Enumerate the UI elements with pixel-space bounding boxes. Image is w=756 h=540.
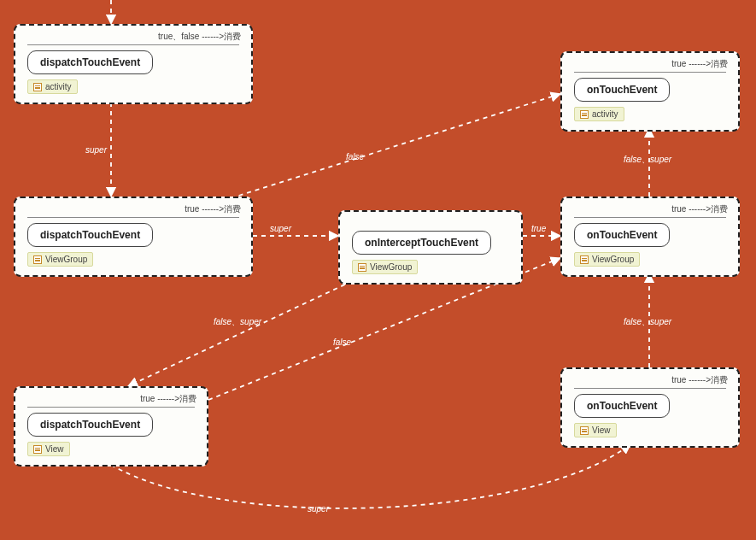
label-viewdisp-to-vgtouch: false xyxy=(333,338,351,347)
node-intercept: onInterceptTouchEvent ViewGroup xyxy=(338,210,523,285)
corner-text: true ------>消费 xyxy=(671,374,728,386)
class-label: ViewGroup xyxy=(370,262,412,272)
node-activity-dispatch: true、false ------>消费 dispatchTouchEvent … xyxy=(14,24,253,104)
node-viewgroup-dispatch: true ------>消费 dispatchTouchEvent ViewGr… xyxy=(14,197,253,277)
class-tag: ViewGroup xyxy=(574,252,640,267)
corner-text: true ------>消费 xyxy=(671,203,728,215)
class-label: activity xyxy=(45,82,72,91)
method-name: dispatchTouchEvent xyxy=(27,413,153,437)
class-icon xyxy=(358,263,366,272)
node-view-ontouch: true ------>消费 onTouchEvent View xyxy=(560,367,740,448)
label-vg-to-acttouch: false xyxy=(346,152,364,161)
class-tag: ViewGroup xyxy=(352,260,418,274)
method-name: onInterceptTouchEvent xyxy=(352,231,491,255)
class-label: ViewGroup xyxy=(592,255,634,264)
class-icon xyxy=(580,255,589,264)
edge-vg-to-acttouch xyxy=(231,94,560,198)
node-activity-ontouch: true ------>消费 onTouchEvent activity xyxy=(560,51,740,132)
class-tag: ViewGroup xyxy=(27,252,93,267)
class-icon xyxy=(33,255,42,264)
edge-intercept-to-viewdisp xyxy=(128,270,376,386)
label-act-to-vg: super xyxy=(85,145,107,155)
method-name: onTouchEvent xyxy=(574,78,670,102)
class-label: View xyxy=(592,426,611,435)
class-tag: View xyxy=(27,442,70,456)
label-vg-to-intercept: super xyxy=(270,224,291,233)
method-name: onTouchEvent xyxy=(574,223,670,247)
class-label: activity xyxy=(592,109,618,119)
label-intercept-to-vgtouch: true xyxy=(531,224,546,233)
class-icon xyxy=(33,83,42,91)
label-viewdisp-to-viewtouch: super xyxy=(308,504,329,514)
class-icon xyxy=(580,110,589,119)
label-viewtouch-to-vgtouch: false、super xyxy=(624,316,671,328)
node-viewgroup-ontouch: true ------>消费 onTouchEvent ViewGroup xyxy=(560,197,740,277)
class-label: ViewGroup xyxy=(45,255,87,264)
method-name: dispatchTouchEvent xyxy=(27,223,153,247)
class-icon xyxy=(33,445,42,454)
method-name: onTouchEvent xyxy=(574,394,670,418)
class-label: View xyxy=(45,444,64,454)
label-intercept-to-viewdisp: false、super xyxy=(214,316,261,328)
class-icon xyxy=(580,426,589,435)
corner-text: true ------>消费 xyxy=(140,393,196,405)
corner-text: true、false ------>消费 xyxy=(158,31,241,43)
label-vgtouch-to-acttouch: false、super xyxy=(624,154,671,166)
class-tag: activity xyxy=(574,107,624,121)
class-tag: activity xyxy=(27,79,78,94)
class-tag: View xyxy=(574,423,617,437)
node-view-dispatch: true ------>消费 dispatchTouchEvent View xyxy=(14,386,208,467)
corner-text: true ------>消费 xyxy=(185,203,241,215)
method-name: dispatchTouchEvent xyxy=(27,50,153,74)
corner-text: true ------>消费 xyxy=(671,58,728,70)
